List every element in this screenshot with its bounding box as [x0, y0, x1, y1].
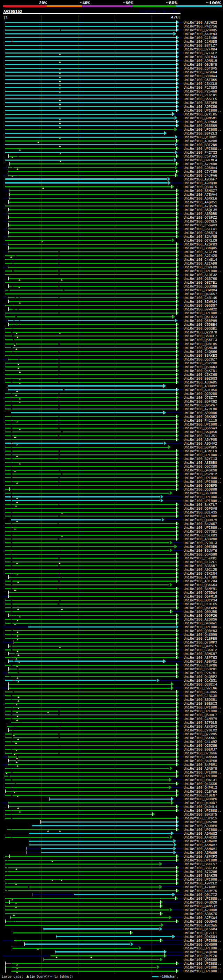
svg-text:AlignView.pm Beta rel.7: AlignView.pm Beta rel.7 — [140, 10, 180, 13]
svg-text:~40%: ~40% — [80, 1, 90, 6]
svg-text:Large gaps:: Large gaps: — [2, 975, 23, 979]
svg-text:(in Subject): (in Subject) — [53, 975, 73, 979]
svg-text:20%: 20% — [39, 1, 47, 6]
svg-text:=100char.: =100char. — [160, 975, 178, 979]
svg-text:(in Query)/: (in Query)/ — [30, 975, 50, 979]
svg-text:~60%: ~60% — [123, 1, 133, 6]
svg-text:478|: 478| — [171, 16, 181, 20]
svg-text:UniRef100_UPI000..: UniRef100_UPI000.. — [184, 970, 221, 974]
svg-text:~100%: ~100% — [206, 1, 221, 6]
svg-text:~80%: ~80% — [166, 1, 178, 6]
svg-text:UniRef100_Q56FI3: UniRef100_Q56FI3 — [184, 338, 217, 342]
svg-text:|1: |1 — [3, 16, 8, 20]
